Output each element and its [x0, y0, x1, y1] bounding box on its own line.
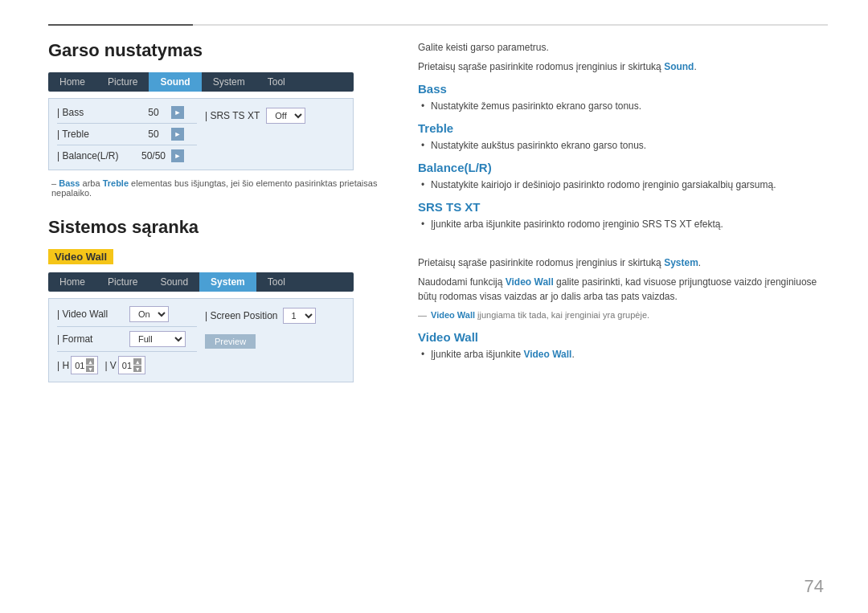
section1: Garso nustatymas Home Picture Sound Syst…	[48, 40, 378, 198]
video-wall-row: | Video Wall On Off	[57, 304, 197, 325]
v-label: | V	[104, 360, 116, 371]
h-value: 01	[75, 361, 84, 370]
srs-label: | SRS TS XT	[205, 110, 260, 121]
screen-position-select[interactable]: 1 2 3	[283, 308, 316, 324]
section1-right-content: Galite keisti garso parametrus. Prietais…	[418, 40, 828, 231]
nav-sound[interactable]: Sound	[149, 72, 201, 92]
srs-row: | SRS TS XT Off On	[205, 105, 345, 126]
video-wall-select[interactable]: On Off	[129, 306, 169, 322]
format-label: | Format	[57, 333, 129, 345]
v-up-arrow[interactable]: ▲	[133, 358, 141, 365]
divider1	[57, 123, 197, 124]
h-spinbox[interactable]: 01 ▲ ▼	[71, 356, 98, 374]
section2-right-content: Prietaisų sąraše pasirinkite rodomus įre…	[418, 255, 828, 362]
section2-title: Sistemos sąranka	[48, 217, 378, 238]
srs-section-title: SRS TS XT	[418, 200, 828, 214]
balance-arrow[interactable]: ►	[171, 149, 184, 162]
v-spinbox[interactable]: 01 ▲ ▼	[118, 356, 145, 374]
section2-right-subpanel: | Screen Position 1 2 3 Preview	[205, 304, 345, 377]
format-select[interactable]: Full Natural	[129, 331, 186, 347]
bass-row: | Bass 50 ►	[57, 104, 197, 121]
nav-home[interactable]: Home	[48, 72, 96, 92]
srs-select[interactable]: Off On	[266, 108, 305, 124]
section1-settings-panel: | Bass 50 ► | Treble 50 ►	[48, 98, 354, 170]
balance-row: | Balance(L/R) 50/50 ►	[57, 147, 197, 165]
section2-panel-inner: | Video Wall On Off | Format Full	[57, 304, 345, 377]
intro1-text: Galite keisti garso parametrus.	[418, 40, 828, 55]
vw-bullet-bold: Video Wall	[523, 349, 571, 360]
v-down-arrow[interactable]: ▼	[133, 366, 141, 372]
treble-section-title: Treble	[418, 121, 828, 135]
treble-arrow[interactable]: ►	[171, 128, 184, 141]
treble-row: | Treble 50 ►	[57, 125, 197, 143]
section1-title: Garso nustatymas	[48, 40, 378, 61]
bass-value: 50	[137, 107, 170, 118]
section2-note2: Naudodami funkciją Video Wall galite pas…	[418, 275, 828, 304]
section2-divider1	[57, 326, 197, 327]
nav2-tool[interactable]: Tool	[256, 272, 297, 292]
format-row: | Format Full Natural	[57, 329, 197, 349]
top-line	[48, 24, 828, 26]
bass-section-title: Bass	[418, 82, 828, 96]
treble-value: 50	[137, 129, 170, 140]
nav2-sound[interactable]: Sound	[149, 272, 199, 292]
intro2-highlight: Sound	[664, 61, 694, 72]
section2-nav: Home Picture Sound System Tool	[48, 272, 354, 292]
content-area: Garso nustatymas Home Picture Sound Syst…	[48, 40, 828, 589]
video-wall-bullet: Įjunkite arba išjunkite Video Wall.	[418, 347, 828, 362]
v-value: 01	[122, 361, 132, 370]
treble-label: | Treble	[57, 129, 137, 140]
balance-value: 50/50	[137, 150, 170, 161]
left-column: Garso nustatymas Home Picture Sound Syst…	[48, 40, 394, 589]
s2-note2-bold: Video Wall	[506, 276, 554, 288]
preview-btn-container: Preview	[205, 334, 345, 349]
page-number: 74	[805, 576, 824, 597]
intro2-post: .	[694, 61, 696, 72]
screen-position-row: | Screen Position 1 2 3	[205, 305, 345, 326]
video-wall-label: | Video Wall	[57, 309, 129, 320]
section2: Sistemos sąranka Video Wall Home Picture…	[48, 217, 378, 382]
intro2-text: Prietaisų sąraše pasirinkite rodomus įre…	[418, 59, 828, 74]
s2-note2-pre: Naudodami funkciją	[418, 276, 506, 288]
nav2-system[interactable]: System	[199, 272, 256, 292]
video-wall-section-title: Video Wall	[418, 330, 828, 344]
v-arrows: ▲ ▼	[133, 358, 141, 372]
intro2-pre: Prietaisų sąraše pasirinkite rodomus įre…	[418, 61, 664, 72]
s2-note1-pre: Prietaisų sąraše pasirinkite rodomus įre…	[418, 257, 664, 268]
video-wall-badge: Video Wall	[48, 249, 113, 264]
s2-note3-bold: Video Wall	[431, 310, 475, 320]
nav2-home[interactable]: Home	[48, 272, 96, 292]
srs-bullet-post: efektą.	[691, 219, 723, 230]
hv-row: | H 01 ▲ ▼ | V 01	[57, 353, 197, 377]
h-up-arrow[interactable]: ▲	[86, 358, 94, 365]
h-label: | H	[57, 360, 69, 371]
section1-nav: Home Picture Sound System Tool	[48, 72, 354, 92]
h-down-arrow[interactable]: ▼	[86, 366, 94, 372]
srs-bullet-pre: Įjunkite arba išjunkite pasirinkto rodom…	[431, 219, 642, 230]
h-arrows: ▲ ▼	[86, 358, 94, 372]
s2-note1-highlight: System	[664, 257, 698, 268]
srs-bullet: Įjunkite arba išjunkite pasirinkto rodom…	[418, 217, 828, 231]
bass-label: | Bass	[57, 107, 137, 118]
srs-value: Off On	[266, 108, 305, 124]
section2-note3: Video Wall įjungiama tik tada, kai įreng…	[418, 309, 828, 322]
s2-note1-post: .	[698, 257, 701, 268]
srs-bullet-highlight: SRS TS XT	[642, 219, 692, 230]
section2-left-subpanel: | Video Wall On Off | Format Full	[57, 304, 197, 377]
nav2-picture[interactable]: Picture	[96, 272, 149, 292]
nav-system[interactable]: System	[202, 72, 256, 92]
bass-arrow[interactable]: ►	[171, 106, 184, 119]
nav-picture[interactable]: Picture	[96, 72, 149, 92]
section2-settings-panel: | Video Wall On Off | Format Full	[48, 298, 354, 382]
balance-bullet: Nustatykite kairiojo ir dešiniojo pasiri…	[418, 178, 828, 192]
vw-bullet-pre: Įjunkite arba išjunkite	[431, 349, 523, 360]
balance-label: | Balance(L/R)	[57, 150, 137, 161]
treble-bullet: Nustatykite aukštus pasirinkto ekrano ga…	[418, 138, 828, 153]
section1-left-subpanel: | Bass 50 ► | Treble 50 ►	[57, 104, 197, 165]
section2-note1: Prietaisų sąraše pasirinkite rodomus įre…	[418, 255, 828, 270]
note-treble: Treble	[103, 178, 129, 188]
bass-bullet: Nustatykite žemus pasirinkto ekrano gars…	[418, 99, 828, 113]
nav-tool[interactable]: Tool	[256, 72, 297, 92]
right-column: Galite keisti garso parametrus. Prietais…	[394, 40, 828, 589]
preview-button[interactable]: Preview	[205, 334, 256, 349]
